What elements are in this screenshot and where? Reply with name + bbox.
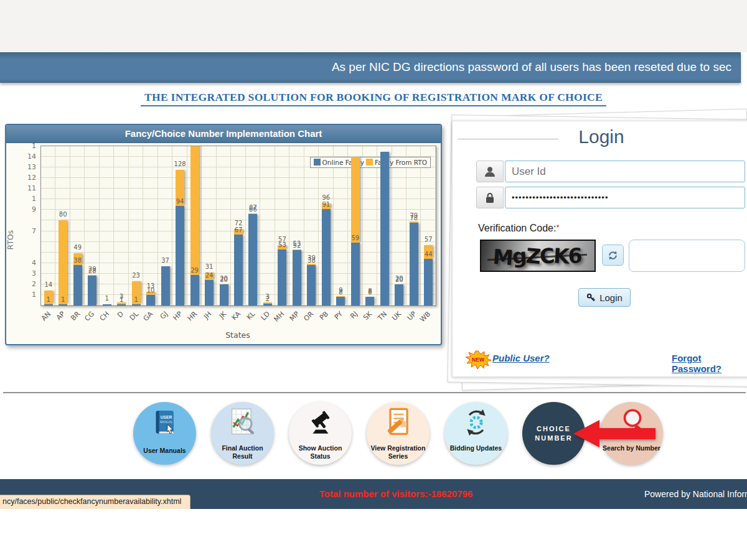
quick-link-show-auction-status[interactable]: Show Auction Status [289, 402, 352, 465]
bar-value-label: 44 [418, 251, 436, 258]
bar-value-label: 3 [257, 293, 278, 300]
bar-value-label: 9 [330, 287, 351, 294]
quick-link-label: User Manuals [136, 447, 194, 455]
bar-online-KL [248, 214, 257, 306]
legend-swatch-rto [366, 159, 373, 166]
bar-online-HR [190, 275, 199, 306]
bar-value-label: 20 [388, 275, 410, 282]
x-tick-LD: LD [253, 310, 271, 329]
y-tick: 1 [15, 195, 36, 203]
quick-link-bidding-updates[interactable]: Bidding Updates [444, 402, 507, 465]
forgot-password-link[interactable]: Forgot Password? [672, 353, 747, 374]
bar-online-JK [220, 284, 228, 306]
y-tick: 1 [15, 291, 36, 299]
x-tick-PY: PY [326, 310, 344, 329]
captcha-image: MgZCK6 [480, 240, 596, 272]
x-tick-KL: KL [238, 310, 256, 329]
status-url-tooltip: ncy/faces/public/checkfancynumberavailab… [0, 495, 190, 509]
section-divider [3, 392, 746, 393]
login-panel: Login Verification Code:* MgZCK6 Login [452, 121, 747, 377]
x-tick-PB: PB [311, 310, 330, 329]
bar-value-label: 8 [359, 287, 380, 294]
user-id-input[interactable] [505, 161, 745, 182]
quick-link-label: Final Auction Result [214, 444, 271, 460]
public-user-link[interactable]: Public User? [492, 353, 550, 363]
bar-online-HP [176, 206, 184, 306]
captcha-refresh-button[interactable] [602, 245, 624, 266]
bar-online-UP [410, 223, 418, 306]
bar-online-AN [44, 304, 53, 306]
bar-online-PY [336, 297, 345, 306]
user-icon [476, 161, 504, 182]
key-icon [586, 293, 596, 302]
bar-value-label: 29 [82, 266, 103, 273]
bar-value-label: 31 [199, 263, 220, 270]
legend-swatch-online [314, 159, 321, 166]
x-tick-D: D [106, 310, 125, 329]
login-title: Login [453, 126, 747, 147]
quick-link-final-auction-result[interactable]: Final Auction Result [211, 402, 274, 465]
x-tick-GJ: GJ [150, 310, 169, 329]
bar-online-CH [103, 304, 111, 306]
bar-value-label: 79 [403, 212, 425, 219]
y-tick: 4 [15, 259, 36, 267]
document-pencil-icon [383, 406, 414, 439]
bar-online-D [117, 304, 126, 306]
x-tick-MP: MP [282, 310, 301, 329]
quick-link-user-manuals[interactable]: USER MANUAL User Manuals [133, 402, 196, 465]
bar-online-SK [365, 297, 374, 306]
bar-online-MP [293, 250, 301, 306]
y-tick: 12 [15, 174, 36, 182]
red-arrow-pointer [573, 420, 655, 447]
sync-gear-icon [461, 406, 492, 439]
bar-online-UK [395, 284, 403, 306]
password-row [476, 187, 745, 208]
password-input[interactable] [505, 187, 745, 208]
x-tick-UK: UK [384, 310, 403, 329]
x-tick-DL: DL [121, 310, 139, 329]
bar-online-GA [146, 295, 155, 306]
svg-text:NEW: NEW [472, 357, 485, 363]
bar-value-label: 49 [67, 244, 88, 251]
bar-value-label: 96 [316, 194, 337, 201]
chart-title: Fancy/Choice Number Implementation Chart [6, 125, 441, 143]
bar-rto-OR [307, 264, 316, 265]
x-tick-KA: KA [223, 310, 242, 329]
bar-online-CG [88, 276, 96, 306]
svg-text:MANUAL: MANUAL [160, 420, 173, 424]
chart-body: RTOs Online Fancy Fancy From RTO 1141803… [6, 143, 441, 345]
quick-link-label: Bidding Updates [447, 444, 505, 452]
x-tick-HP: HP [165, 310, 184, 329]
x-tick-MH: MH [267, 310, 286, 329]
chart-magnifier-icon [227, 406, 258, 439]
y-tick: 7 [15, 227, 36, 235]
powered-by-text: Powered by National Informa [644, 489, 747, 499]
y-tick: 1 [15, 142, 36, 150]
bar-value-label: 23 [126, 272, 147, 279]
captcha-input[interactable] [629, 240, 745, 272]
bar-value-label: 1 [126, 296, 147, 303]
lock-icon [476, 187, 504, 208]
y-tick: 14 [15, 152, 36, 161]
x-tick-JK: JK [209, 310, 227, 329]
x-tick-AN: AN [34, 310, 52, 329]
captcha-letter: K [553, 243, 570, 268]
bar-online-WB [424, 259, 433, 306]
required-asterisk: * [556, 223, 559, 232]
login-button-label: Login [599, 292, 622, 303]
chart-legend: Online Fancy Fancy From RTO [310, 157, 431, 168]
login-button[interactable]: Login [578, 288, 631, 307]
bar-value-label: 80 [52, 211, 73, 218]
bar-rto-PY [336, 296, 345, 297]
bar-value-label: 1 [52, 296, 73, 303]
bar-value-label: 91 [316, 201, 337, 208]
x-tick-RJ: RJ [341, 310, 359, 329]
bar-value-label: 72 [228, 220, 249, 226]
bar-rto-KL [248, 213, 257, 215]
bar-value-label: 37 [155, 257, 176, 264]
quick-link-label: Show Auction Status [291, 444, 349, 460]
book-icon: USER MANUAL [149, 406, 181, 442]
quick-link-view-registration-series[interactable]: View Registration Series [367, 402, 430, 465]
x-tick-JH: JH [194, 310, 213, 329]
announcement-bar: As per NIC DG directions password of all… [0, 52, 741, 83]
